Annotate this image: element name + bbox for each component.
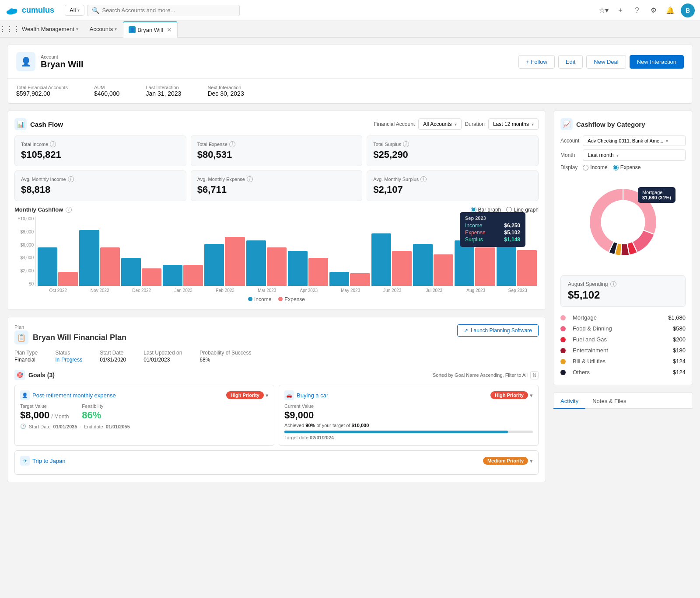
goal-car-title[interactable]: Buying a car (297, 392, 328, 399)
total-expense-info[interactable]: i (229, 141, 235, 147)
display-income-radio[interactable]: Income (583, 164, 607, 170)
avg-monthly-surplus-info[interactable]: i (420, 176, 427, 182)
plan-last-updated-meta: Last Updated on 01/01/2023 (144, 350, 182, 363)
tab-accounts[interactable]: Accounts ▾ (84, 21, 122, 37)
category-item-5: Others $124 (560, 367, 686, 378)
category-account-arrow: ▾ (666, 139, 668, 143)
plan-header: Plan 📋 Bryan Will Financial Plan ↗ Launc… (14, 324, 539, 344)
stat-next-interaction: Next Interaction Dec 30, 2023 (207, 85, 244, 97)
help-icon[interactable]: ? (631, 4, 643, 17)
add-icon[interactable]: ＋ (614, 4, 626, 17)
goal-car-progress-text: Achieved 90% of your target of $10,000 (284, 423, 533, 428)
plan-title-text: Bryan Will Financial Plan (33, 333, 126, 342)
notifications-icon[interactable]: 🔔 (664, 4, 676, 17)
donut-chart: Mortgage $1,680 (31%) (575, 174, 671, 270)
cashflow-title-text: Cash Flow (30, 121, 63, 128)
goals-title: 🎯 Goals (3) (14, 370, 55, 380)
plan-status-value: In-Progress (55, 357, 82, 363)
goal-japan-dropdown[interactable]: ▾ (530, 458, 533, 464)
expense-bar-10 (475, 247, 495, 286)
spending-info[interactable]: i (610, 281, 616, 287)
income-bar-11 (497, 243, 516, 286)
financial-account-arrow: ▾ (455, 122, 457, 127)
category-item-1: Food & Dinning $580 (560, 323, 686, 334)
search-input[interactable] (102, 7, 235, 14)
activity-card: Activity Notes & Files (553, 392, 693, 409)
goal-japan-title[interactable]: Trip to Japan (32, 458, 65, 464)
grid-menu-icon[interactable]: ⋮⋮⋮ (4, 23, 16, 35)
category-month-select[interactable]: Last month ▾ (583, 150, 686, 161)
tab-notes-files[interactable]: Notes & Files (585, 394, 633, 408)
goal-retirement-priority: High Priority (226, 391, 264, 399)
category-amount-3: $180 (673, 347, 686, 354)
follow-button[interactable]: + Follow (518, 55, 555, 69)
goal-retirement-priority-row: High Priority ▾ (226, 391, 269, 399)
goal-card-header-car: 🚗 Buying a car High Priority ▾ (284, 390, 533, 400)
goals-sort-icon[interactable]: ⇅ (530, 371, 539, 379)
all-dropdown-button[interactable]: All ▾ (65, 5, 84, 16)
goal-car-value: $9,000 (284, 410, 533, 421)
goal-car-current-value: Current Value $9,000 (284, 403, 533, 421)
new-interaction-button[interactable]: New Interaction (630, 55, 684, 69)
plan-title-row: 📋 Bryan Will Financial Plan (14, 330, 126, 344)
goal-retirement-dropdown[interactable]: ▾ (266, 392, 269, 399)
tab-active-close[interactable]: ✕ (167, 26, 172, 33)
avg-monthly-expense-info[interactable]: i (247, 176, 253, 182)
x-label-7: May 2023 (330, 288, 372, 293)
account-name: Bryan Will (41, 59, 84, 70)
search-box[interactable]: 🔍 (87, 5, 240, 16)
tooltip-income-value: $6,250 (504, 223, 520, 229)
favorites-icon[interactable]: ☆▾ (598, 4, 610, 17)
display-expense-radio[interactable]: Expense (613, 164, 641, 170)
all-dropdown-arrow: ▾ (77, 8, 80, 13)
next-interaction-label: Next Interaction (207, 85, 244, 90)
total-financial-label: Total Financial Accounts (16, 85, 68, 90)
avg-monthly-income-value: $8,818 (21, 184, 180, 195)
display-income-label: Income (590, 164, 607, 170)
tooltip-surplus-label: Surplus (465, 236, 483, 243)
category-name-4: Bill & Utilities (573, 358, 606, 365)
edit-button[interactable]: Edit (558, 55, 583, 69)
goal-title-row: 👤 Post-retirement monthly expense (20, 390, 116, 400)
date-separator: · (80, 424, 81, 429)
category-item-0: Mortgage $1,680 (560, 312, 686, 323)
goal-car-dropdown[interactable]: ▾ (530, 392, 533, 399)
plan-probability-label: Probability of Success (200, 350, 251, 356)
financial-account-select[interactable]: All Accounts ▾ (418, 118, 461, 130)
duration-select[interactable]: Last 12 months ▾ (488, 118, 539, 130)
category-account-select[interactable]: Adv Checking 0011, Bank of Ame... ▾ (583, 136, 686, 146)
new-deal-button[interactable]: New Deal (586, 55, 626, 69)
tab-activity[interactable]: Activity (553, 394, 585, 409)
total-surplus-info[interactable]: i (403, 141, 409, 147)
goal-retirement-title[interactable]: Post-retirement monthly expense (32, 392, 116, 399)
goal-card-car: 🚗 Buying a car High Priority ▾ Current V… (279, 385, 539, 446)
category-list: Mortgage $1,680 Food & Dinning $580 Fuel… (560, 312, 686, 378)
expense-legend-label: Expense (284, 296, 305, 302)
goals-title-text: Goals (3) (28, 372, 55, 379)
cashflow-stats-grid: Total Income i $105,821 Total Expense i … (14, 136, 539, 201)
financial-account-value: All Accounts (423, 121, 452, 127)
expense-bar-1 (100, 247, 120, 286)
avatar[interactable]: B (681, 3, 695, 17)
total-surplus-label: Total Surplus i (373, 141, 532, 147)
launch-planning-software-button[interactable]: ↗ Launch Planning Software (457, 324, 539, 337)
monthly-cashflow-info[interactable]: i (66, 207, 72, 213)
spending-label-row: August Spending i (568, 281, 678, 287)
avg-monthly-income-info[interactable]: i (68, 176, 74, 182)
tabs-bar: ⋮⋮⋮ Wealth Management ▾ Accounts ▾ 👤 Bry… (0, 21, 700, 38)
settings-icon[interactable]: ⚙ (648, 4, 660, 17)
expense-bar-0 (58, 272, 78, 286)
x-label-10: Aug 2023 (455, 288, 497, 293)
tooltip-month: Sep 2023 (465, 216, 520, 221)
plan-title-block: Plan 📋 Bryan Will Financial Plan (14, 324, 126, 344)
total-income-info[interactable]: i (50, 141, 56, 147)
main-layout: 📊 Cash Flow Financial Account All Accoun… (7, 111, 693, 482)
total-surplus-value: $25,290 (373, 149, 532, 160)
tab-wealth-management[interactable]: Wealth Management ▾ (17, 21, 84, 37)
cashflow-card: 📊 Cash Flow Financial Account All Accoun… (7, 111, 546, 310)
total-income-label: Total Income i (21, 141, 180, 147)
launch-icon: ↗ (464, 327, 468, 334)
goal-card-retirement: 👤 Post-retirement monthly expense High P… (14, 385, 274, 446)
next-interaction-value: Dec 30, 2023 (207, 90, 244, 97)
tab-bryan-will[interactable]: 👤 Bryan Will ✕ (123, 21, 178, 38)
